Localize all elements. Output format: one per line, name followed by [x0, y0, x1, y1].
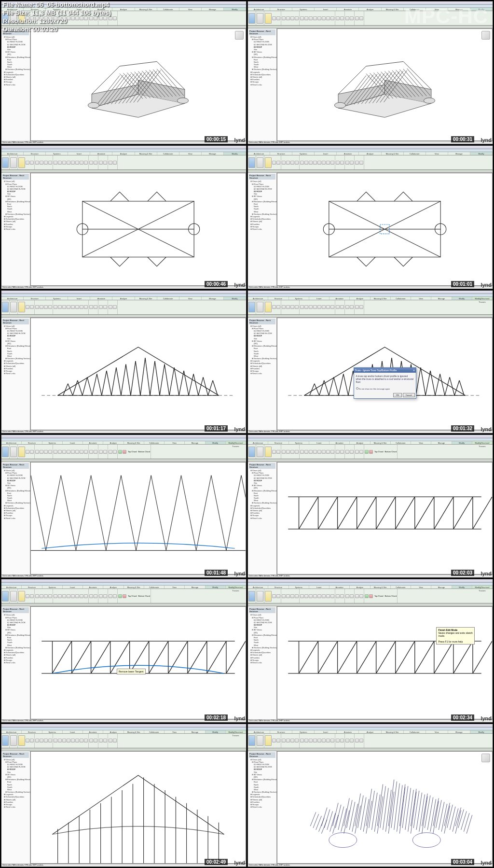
contextual-tab[interactable]: Modify|Structural Trusses [472, 297, 493, 300]
ribbon-tab[interactable]: Systems [292, 152, 315, 155]
ribbon-tab[interactable]: Analyze [359, 8, 381, 11]
tree-node[interactable]: ⊕ Revit Links [2, 517, 29, 519]
ribbon-tab[interactable]: Massing & Site [135, 8, 157, 11]
tree-node[interactable]: ⊕ Revit Links [249, 84, 275, 86]
ribbon-tab[interactable]: Modify [224, 8, 246, 11]
ribbon-tab[interactable]: Collaborate [157, 297, 179, 300]
tree-node[interactable]: ⊟ Elevations (Building Elevation) [2, 345, 29, 347]
ribbon-tab[interactable]: View [426, 730, 448, 733]
thumbnail-4[interactable]: ArchitectureStructureSystemsInsertAnnota… [247, 145, 493, 289]
ribbon-tab[interactable]: Analyze [112, 152, 135, 155]
ribbon-tab[interactable]: Structure [268, 441, 288, 444]
ribbon-tab[interactable]: View [179, 297, 202, 300]
ribbon-tab[interactable]: Insert [309, 297, 329, 300]
ribbon-tab[interactable]: Systems [292, 8, 315, 11]
project-browser[interactable]: Project Browser - Revit Structure ⊟ View… [248, 173, 277, 285]
tree-node[interactable]: ⊟ Elevations (Building Elevation) [2, 778, 29, 781]
ribbon-tab[interactable]: Modify [452, 441, 472, 444]
finish-icon[interactable] [365, 450, 369, 454]
ribbon-tab[interactable]: Systems [289, 586, 309, 588]
bottom-chord-label[interactable]: Bottom Chord [137, 450, 150, 453]
ribbon-tab[interactable]: Architecture [1, 441, 22, 444]
ribbon-tab[interactable]: Collaborate [144, 586, 165, 588]
ribbon-tab[interactable]: Annotate [337, 152, 359, 155]
cancel-icon[interactable] [369, 450, 373, 454]
ribbon-tab[interactable]: Manage [431, 586, 452, 588]
thumbnail-3[interactable]: ArchitectureStructureSystemsInsertAnnota… [1, 145, 247, 289]
ribbon-tab[interactable]: Massing & Site [370, 586, 391, 588]
drawing-canvas[interactable] [30, 751, 246, 864]
contextual-tab[interactable]: Modify|Structural Trusses [472, 441, 493, 444]
ribbon-tab[interactable]: Modify [452, 297, 472, 300]
project-browser[interactable]: Project Browser - Revit Structure ⊟ View… [1, 462, 30, 574]
ribbon-tab[interactable]: Massing & Site [370, 441, 391, 444]
tree-node[interactable]: ⊞ Sections (Building Section) [249, 68, 275, 70]
ribbon-tab[interactable]: Structure [22, 441, 42, 444]
drawing-canvas[interactable]: Truss - Ignore Truss Top/Bottom Profile✕… [277, 318, 493, 430]
viewcube[interactable] [481, 31, 490, 40]
ribbon-tab[interactable]: Modify [224, 152, 246, 155]
ribbon-tab[interactable]: Modify [224, 297, 246, 300]
tree-node[interactable]: ⊟ Elevations (Building Elevation) [2, 56, 29, 58]
project-browser[interactable]: Project Browser - Revit Structure ⊟ View… [248, 462, 277, 574]
viewcube[interactable] [235, 31, 244, 40]
finish-icon[interactable] [118, 594, 122, 598]
drawing-canvas[interactable] [30, 318, 246, 430]
tree-node[interactable]: ⊕ Revit Links [249, 517, 275, 519]
ribbon-tab[interactable]: Structure [270, 152, 292, 155]
ribbon-tab[interactable]: Structure [268, 586, 288, 588]
ribbon-tab[interactable]: Annotate [83, 730, 103, 733]
project-browser[interactable]: Project Browser - Revit Structure ⊟ View… [248, 751, 277, 864]
ribbon-tab[interactable]: Insert [315, 8, 337, 11]
ribbon-tab[interactable]: Collaborate [157, 152, 179, 155]
ribbon-tab[interactable]: Massing & Site [370, 297, 391, 300]
project-browser[interactable]: Project Browser - Revit Structure ⊟ View… [1, 318, 30, 430]
ribbon-tab[interactable]: View [411, 586, 431, 588]
ribbon-tab[interactable]: Architecture [1, 730, 22, 733]
ribbon-tab[interactable]: Insert [63, 441, 83, 444]
ribbon-tab[interactable]: Modify [206, 730, 226, 733]
ribbon-tab[interactable]: Systems [289, 297, 309, 300]
ribbon-tab[interactable]: Modify [452, 586, 472, 588]
ribbon-tab[interactable]: Architecture [248, 730, 270, 733]
top-chord-label[interactable]: Top Chord [127, 450, 137, 453]
ribbon-tab[interactable]: Collaborate [144, 441, 165, 444]
tree-node[interactable]: ⊞ Sections (Building Section) [2, 68, 29, 70]
ribbon-tab[interactable]: Systems [46, 297, 68, 300]
ribbon-tab[interactable]: Structure [22, 730, 42, 733]
cancel-icon[interactable] [123, 450, 126, 454]
tree-node[interactable]: ⊟ Elevations (Building Elevation) [249, 345, 275, 347]
ribbon-tab[interactable]: Structure [270, 730, 292, 733]
ribbon-tab[interactable]: Architecture [248, 297, 268, 300]
ribbon-tab[interactable]: Massing & Site [124, 730, 144, 733]
ribbon-tab[interactable]: Massing & Site [135, 297, 157, 300]
contextual-tab[interactable]: Modify|Structural Trusses [472, 586, 493, 588]
ribbon-tab[interactable]: Annotate [329, 297, 350, 300]
ribbon-tab[interactable]: Manage [185, 586, 205, 588]
ribbon-tab[interactable]: Annotate [83, 441, 103, 444]
ribbon-tab[interactable]: Analyze [103, 730, 124, 733]
ribbon-tab[interactable]: View [179, 152, 202, 155]
ribbon-tab[interactable]: View [411, 441, 431, 444]
ribbon-tab[interactable]: Systems [42, 441, 63, 444]
ribbon-tab[interactable]: Structure [270, 8, 292, 11]
contextual-tab[interactable]: Modify|Structural Trusses [226, 441, 246, 444]
tree-node[interactable]: ⊟ Elevations (Building Elevation) [2, 634, 29, 636]
ribbon-tab[interactable]: View [179, 8, 202, 11]
tree-node[interactable]: ⊟ Elevations (Building Elevation) [249, 778, 275, 781]
ribbon-tab[interactable]: Analyze [359, 152, 381, 155]
ribbon-tab[interactable]: Insert [68, 152, 90, 155]
ribbon-tab[interactable]: Collaborate [404, 730, 426, 733]
ribbon-tab[interactable]: Collaborate [391, 441, 411, 444]
project-browser[interactable]: Project Browser - Revit Structure ⊟ View… [1, 173, 30, 285]
finish-icon[interactable] [118, 450, 122, 454]
drawing-canvas[interactable] [30, 173, 246, 285]
ribbon-tab[interactable]: Manage [202, 8, 224, 11]
ribbon-tab[interactable]: View [165, 441, 185, 444]
drawing-canvas[interactable] [277, 28, 493, 141]
thumbnail-7[interactable]: ArchitectureStructureSystemsInsertAnnota… [1, 434, 247, 578]
viewcube[interactable] [481, 754, 490, 762]
ribbon-tab[interactable]: Annotate [329, 441, 350, 444]
tree-node[interactable]: ⊞ Sections (Building Section) [2, 502, 29, 504]
ribbon-tab[interactable]: Manage [431, 441, 452, 444]
